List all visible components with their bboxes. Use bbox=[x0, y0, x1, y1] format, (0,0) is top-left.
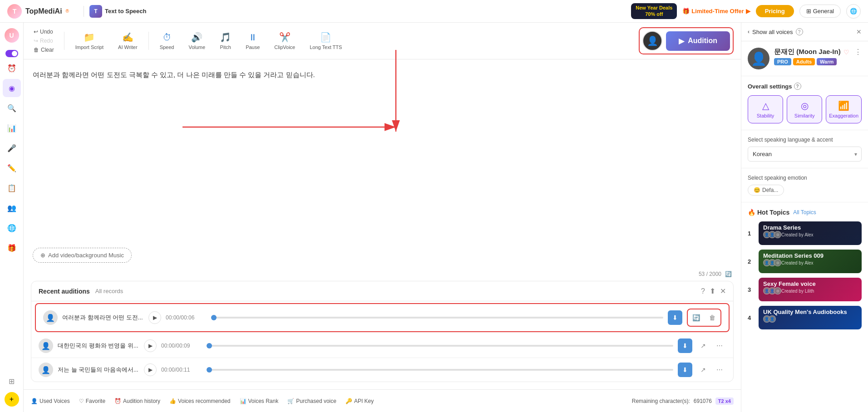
close-auditions-button[interactable]: ✕ bbox=[720, 287, 726, 295]
voices-recommended-tab[interactable]: 👍 Voices recommended bbox=[169, 398, 230, 404]
long-text-icon: 📄 bbox=[320, 32, 331, 43]
purchased-voice-tab[interactable]: 🛒 Purchased voice bbox=[287, 398, 336, 404]
help-button[interactable]: ? bbox=[701, 287, 705, 295]
voices-help-button[interactable]: ? bbox=[796, 28, 803, 35]
row3-progress[interactable] bbox=[207, 369, 673, 371]
sidebar-item-search[interactable]: 🔍 bbox=[3, 99, 21, 117]
row2-progress[interactable] bbox=[207, 345, 673, 347]
voice-card-avatar: 👤 bbox=[748, 48, 769, 69]
speed-label: Speed bbox=[160, 44, 174, 50]
topic-avatars-4: 👤 👤 bbox=[763, 315, 774, 323]
row3-share-button[interactable]: ↗ bbox=[697, 363, 710, 376]
general-button[interactable]: ⊞ General bbox=[799, 5, 841, 18]
topic-card-4[interactable]: UK Quality Men's Audiobooks 👤 👤 bbox=[759, 306, 862, 329]
pause-button[interactable]: ⏸ Pause bbox=[242, 30, 263, 52]
overall-settings-title: Overall settings ? bbox=[748, 83, 862, 90]
redo-icon: ↪ bbox=[34, 38, 38, 44]
used-voices-tab[interactable]: 👤 Used Voices bbox=[31, 398, 70, 404]
redo-button[interactable]: ↪ Redo bbox=[31, 37, 57, 45]
volume-button[interactable]: 🔊 Volume bbox=[185, 30, 209, 52]
sidebar-bottom-action[interactable]: + bbox=[5, 392, 19, 407]
sidebar-item-list[interactable]: 📋 bbox=[3, 179, 21, 197]
row2-play-button[interactable]: ▶ bbox=[144, 339, 157, 352]
api-key-tab[interactable]: 🔑 API Key bbox=[345, 398, 374, 404]
row1-play-button[interactable]: ▶ bbox=[148, 311, 161, 324]
voice-tags: PRO Adults Warm bbox=[774, 58, 850, 65]
import-script-button[interactable]: 📁 Import Script bbox=[72, 30, 107, 52]
favorite-tab[interactable]: ♡ Favorite bbox=[79, 398, 105, 404]
topic-avatars-3: 👤 👤 ⊙ bbox=[763, 287, 779, 294]
row2-share-button[interactable]: ↗ bbox=[697, 339, 710, 352]
tts-nav-item[interactable]: T Text to Speech bbox=[89, 5, 147, 18]
row1-refresh-button[interactable]: 🔄 bbox=[690, 311, 702, 324]
topic-card-1[interactable]: Drama Series 👤 👤 ⊙ Created by Alex bbox=[759, 221, 862, 245]
row1-download-button[interactable]: ⬇ bbox=[668, 310, 682, 325]
topic-item-3[interactable]: 3 Sexy Female voice 👤 👤 ⊙ Created by Lil… bbox=[748, 278, 862, 301]
toolbar-divider-2 bbox=[148, 32, 149, 50]
all-topics-link[interactable]: All Topics bbox=[793, 209, 816, 216]
exaggeration-option[interactable]: 📶 Exaggeration bbox=[826, 95, 862, 123]
similarity-option[interactable]: ◎ Similarity bbox=[787, 95, 822, 123]
topic-item-2[interactable]: 2 Meditation Series 009 👤 👤 ⊙ Created by… bbox=[748, 250, 862, 273]
api-key-icon: 🔑 bbox=[345, 398, 352, 404]
audition-button[interactable]: ▶ Audition bbox=[666, 31, 730, 51]
topic-card-2[interactable]: Meditation Series 009 👤 👤 ⊙ Created by A… bbox=[759, 250, 862, 273]
show-all-voices-button[interactable]: Show all voices bbox=[752, 29, 793, 35]
topic-meta-1: 👤 👤 ⊙ Created by Alex bbox=[763, 231, 857, 238]
topic-item-4[interactable]: 4 UK Quality Men's Audiobooks 👤 👤 bbox=[748, 306, 862, 329]
pricing-button[interactable]: Pricing bbox=[756, 5, 794, 17]
all-records-tab[interactable]: All records bbox=[95, 288, 123, 294]
user-avatar[interactable]: U bbox=[5, 28, 19, 43]
sidebar-toggle[interactable] bbox=[5, 50, 18, 57]
row1-progress[interactable] bbox=[211, 317, 663, 319]
audition-history-tab[interactable]: ⏰ Audition history bbox=[114, 398, 160, 404]
right-panel: ‹ Show all voices ? ✕ 👤 문재인 (Moon Jae-In… bbox=[741, 23, 868, 412]
topic-item-1[interactable]: 1 Drama Series 👤 👤 ⊙ Created by Alex bbox=[748, 221, 862, 245]
row3-download-button[interactable]: ⬇ bbox=[678, 363, 692, 377]
limited-offer[interactable]: 🎁 Limited-Time Offer ▶ bbox=[682, 8, 750, 15]
sidebar-item-edit[interactable]: ✏️ bbox=[3, 159, 21, 177]
deal-banner[interactable]: New Year Deals 70% off bbox=[631, 3, 677, 19]
sidebar-item-chart[interactable]: 📊 bbox=[3, 119, 21, 137]
clear-button[interactable]: 🗑 Clear bbox=[31, 46, 57, 54]
text-editor[interactable]: 여러분과 함께라면 어떤 도전도 극복할 수 있고, 더 나은 미래를 만들 수… bbox=[24, 59, 741, 243]
settings-help-icon[interactable]: ? bbox=[794, 83, 801, 90]
topic-card-3[interactable]: Sexy Female voice 👤 👤 ⊙ Created by Lilit… bbox=[759, 278, 862, 301]
language-select[interactable]: Korean bbox=[748, 147, 862, 162]
row1-delete-button[interactable]: 🗑 bbox=[706, 311, 719, 324]
ai-writer-button[interactable]: ✍️ AI Writer bbox=[114, 30, 141, 52]
voice-more-button[interactable]: ⋮ bbox=[854, 48, 862, 56]
pause-icon: ⏸ bbox=[248, 32, 257, 43]
row2-download-button[interactable]: ⬇ bbox=[678, 338, 692, 353]
long-text-tts-button[interactable]: 📄 Long Text TTS bbox=[306, 30, 345, 52]
topic-name-2: Meditation Series 009 bbox=[763, 252, 857, 259]
sidebar-item-globe[interactable]: 🌐 bbox=[3, 219, 21, 237]
right-panel-close-button[interactable]: ✕ bbox=[856, 28, 862, 35]
sidebar-item-active[interactable]: ◉ bbox=[3, 79, 21, 97]
sidebar-item-grid[interactable]: ⊞ bbox=[3, 372, 21, 390]
audition-header: Recent auditions All records ? ⬆ ✕ bbox=[31, 281, 733, 301]
speed-button[interactable]: ⏱ Speed bbox=[156, 30, 178, 52]
add-music-button[interactable]: ⊕ Add video/background Music bbox=[33, 248, 132, 263]
clip-voice-button[interactable]: ✂️ ClipVoice bbox=[271, 30, 299, 52]
emotion-chip[interactable]: 😊 Defa... bbox=[748, 185, 784, 196]
topic-avatars-2: 👤 👤 ⊙ bbox=[763, 259, 779, 266]
refresh-icon[interactable]: 🔄 bbox=[725, 271, 732, 277]
sidebar-item-history[interactable]: ⏰ bbox=[3, 59, 21, 77]
sidebar-item-mic[interactable]: 🎤 bbox=[3, 139, 21, 157]
row3-play-button[interactable]: ▶ bbox=[144, 363, 157, 376]
language-globe-button[interactable]: 🌐 bbox=[846, 4, 861, 19]
favorite-heart-icon[interactable]: ♡ bbox=[843, 49, 849, 56]
sidebar-item-gift[interactable]: 🎁 bbox=[3, 239, 21, 257]
stability-option[interactable]: △ Stability bbox=[748, 95, 783, 123]
row2-more-button[interactable]: ⋯ bbox=[713, 339, 726, 352]
history-icon: ⏰ bbox=[114, 398, 121, 404]
sidebar-item-people[interactable]: 👥 bbox=[3, 199, 21, 217]
arrow-right-icon: ▶ bbox=[746, 8, 750, 15]
voices-rank-tab[interactable]: 📊 Voices Rank bbox=[240, 398, 279, 404]
expand-icon[interactable]: ⬆ bbox=[710, 287, 715, 295]
pitch-button[interactable]: 🎵 Pitch bbox=[216, 30, 235, 52]
editor-text[interactable]: 여러분과 함께라면 어떤 도전도 극복할 수 있고, 더 나은 미래를 만들 수… bbox=[33, 69, 732, 81]
row3-more-button[interactable]: ⋯ bbox=[713, 363, 726, 376]
undo-button[interactable]: ↩ Undo bbox=[31, 28, 57, 36]
